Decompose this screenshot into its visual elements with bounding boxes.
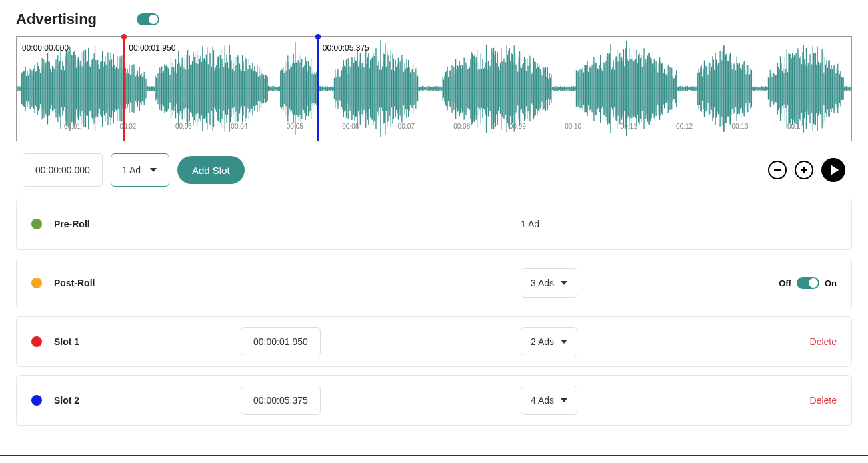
svg-rect-303 bbox=[297, 63, 297, 115]
svg-rect-706 bbox=[671, 68, 671, 110]
svg-rect-177 bbox=[180, 67, 181, 111]
svg-rect-608 bbox=[579, 69, 580, 109]
slot-name: Post-Roll bbox=[54, 278, 241, 288]
svg-rect-118 bbox=[125, 68, 126, 109]
svg-rect-381 bbox=[369, 68, 370, 109]
svg-rect-459 bbox=[441, 87, 442, 91]
svg-rect-235 bbox=[234, 71, 235, 107]
svg-rect-507 bbox=[486, 45, 487, 133]
waveform-marker-handle[interactable] bbox=[315, 34, 321, 39]
svg-rect-529 bbox=[507, 45, 507, 133]
svg-rect-60 bbox=[71, 55, 72, 123]
svg-rect-714 bbox=[678, 87, 679, 91]
svg-rect-712 bbox=[676, 70, 677, 107]
svg-rect-429 bbox=[413, 72, 414, 105]
svg-rect-438 bbox=[422, 86, 423, 91]
slot-ads-select[interactable]: 2 Ads bbox=[521, 327, 577, 356]
svg-rect-896 bbox=[847, 87, 847, 91]
svg-rect-300 bbox=[294, 63, 295, 115]
svg-rect-804 bbox=[761, 86, 762, 91]
svg-rect-869 bbox=[822, 49, 823, 129]
svg-rect-873 bbox=[825, 65, 826, 113]
svg-rect-863 bbox=[816, 65, 817, 113]
slot-time-input[interactable]: 00:00:01.950 bbox=[241, 327, 321, 356]
svg-rect-327 bbox=[319, 86, 320, 91]
svg-rect-604 bbox=[576, 70, 577, 107]
svg-rect-316 bbox=[309, 65, 309, 113]
svg-rect-847 bbox=[801, 64, 802, 113]
svg-rect-845 bbox=[799, 58, 800, 119]
svg-rect-352 bbox=[342, 67, 343, 109]
svg-rect-405 bbox=[391, 70, 392, 108]
svg-rect-841 bbox=[796, 53, 797, 124]
svg-rect-43 bbox=[55, 60, 56, 118]
svg-rect-746 bbox=[707, 75, 708, 103]
svg-rect-384 bbox=[372, 57, 373, 120]
svg-rect-321 bbox=[313, 74, 314, 103]
svg-rect-145 bbox=[150, 87, 151, 91]
zoom-out-button[interactable] bbox=[768, 161, 787, 179]
ads-count-select[interactable]: 1 Ad bbox=[111, 153, 169, 187]
time-input[interactable]: 00:00:00.000 bbox=[23, 153, 103, 187]
svg-rect-692 bbox=[657, 73, 658, 105]
svg-rect-510 bbox=[489, 65, 489, 111]
svg-rect-899 bbox=[849, 87, 850, 91]
svg-rect-258 bbox=[255, 71, 256, 106]
svg-rect-853 bbox=[807, 67, 807, 111]
svg-rect-449 bbox=[432, 87, 433, 91]
waveform-marker[interactable] bbox=[317, 37, 319, 141]
svg-rect-191 bbox=[193, 52, 193, 126]
svg-rect-860 bbox=[813, 53, 814, 124]
svg-rect-364 bbox=[353, 63, 354, 115]
svg-rect-585 bbox=[558, 87, 559, 91]
waveform-marker[interactable] bbox=[123, 37, 125, 141]
svg-rect-382 bbox=[370, 60, 371, 118]
svg-rect-702 bbox=[667, 76, 667, 101]
svg-rect-250 bbox=[247, 69, 248, 108]
svg-rect-756 bbox=[717, 65, 717, 112]
svg-rect-695 bbox=[660, 62, 661, 116]
svg-rect-728 bbox=[691, 86, 691, 91]
svg-rect-833 bbox=[788, 53, 789, 125]
svg-rect-312 bbox=[305, 57, 306, 120]
delete-slot-button[interactable]: Delete bbox=[810, 336, 837, 347]
svg-rect-518 bbox=[496, 63, 497, 115]
svg-rect-10 bbox=[25, 67, 26, 111]
svg-rect-468 bbox=[450, 70, 451, 107]
svg-rect-765 bbox=[725, 55, 726, 123]
svg-rect-437 bbox=[421, 87, 422, 90]
svg-rect-418 bbox=[403, 72, 404, 106]
waveform[interactable]: 00:00:00.000 00:0100:0200:0300:0400:0500… bbox=[16, 36, 852, 141]
svg-rect-637 bbox=[607, 57, 607, 121]
play-button[interactable] bbox=[821, 158, 845, 182]
slot-toggle[interactable] bbox=[797, 277, 819, 289]
svg-rect-421 bbox=[406, 59, 407, 117]
svg-rect-554 bbox=[529, 56, 530, 122]
svg-rect-141 bbox=[147, 87, 147, 91]
svg-rect-583 bbox=[557, 86, 557, 91]
svg-rect-677 bbox=[643, 48, 644, 129]
svg-rect-667 bbox=[635, 60, 635, 117]
svg-rect-227 bbox=[226, 55, 227, 123]
slot-ads-select[interactable]: 4 Ads bbox=[521, 386, 577, 415]
svg-rect-431 bbox=[415, 69, 416, 109]
svg-rect-368 bbox=[357, 49, 358, 129]
svg-rect-156 bbox=[161, 73, 161, 104]
svg-rect-817 bbox=[773, 73, 774, 104]
zoom-in-button[interactable] bbox=[795, 161, 813, 179]
svg-rect-264 bbox=[261, 69, 261, 109]
svg-rect-848 bbox=[802, 52, 803, 125]
advertising-toggle[interactable] bbox=[137, 13, 159, 25]
svg-rect-26 bbox=[40, 73, 41, 104]
svg-rect-1 bbox=[17, 86, 17, 91]
svg-rect-340 bbox=[331, 87, 332, 90]
delete-slot-button[interactable]: Delete bbox=[810, 395, 837, 406]
svg-rect-320 bbox=[313, 71, 313, 107]
svg-rect-607 bbox=[579, 77, 579, 100]
slot-time-input[interactable]: 00:00:05.375 bbox=[241, 386, 321, 415]
add-slot-button[interactable]: Add Slot bbox=[177, 156, 245, 184]
svg-rect-865 bbox=[818, 62, 819, 116]
svg-rect-305 bbox=[299, 57, 299, 121]
slot-ads-select[interactable]: 3 Ads bbox=[521, 268, 577, 298]
svg-rect-808 bbox=[765, 86, 766, 91]
